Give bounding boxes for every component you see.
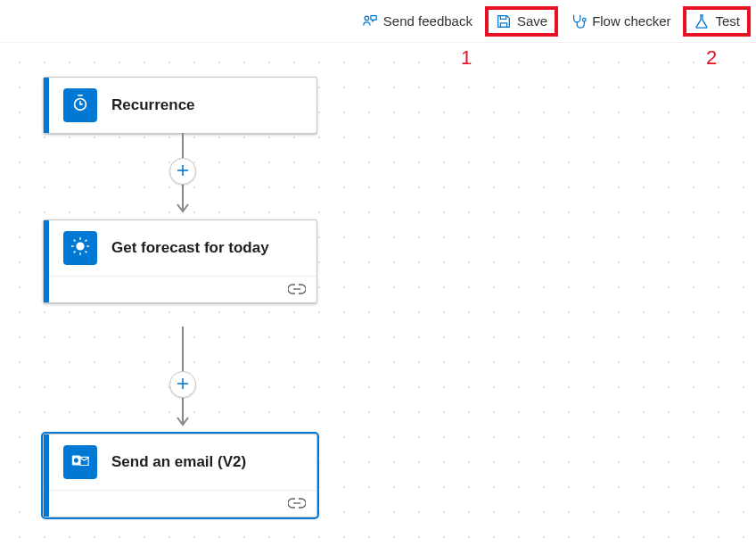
flask-icon xyxy=(694,13,710,29)
svg-point-0 xyxy=(365,16,369,21)
flow-step-recurrence[interactable]: Recurrence xyxy=(43,77,317,134)
card-accent xyxy=(44,78,49,133)
send-feedback-button[interactable]: Send feedback xyxy=(353,8,481,35)
card-accent xyxy=(44,434,49,517)
step-title: Get forecast for today xyxy=(111,238,269,258)
flow-step-forecast[interactable]: Get forecast for today xyxy=(43,219,317,303)
send-feedback-label: Send feedback xyxy=(383,13,472,29)
add-step-button[interactable] xyxy=(169,371,196,398)
svg-line-13 xyxy=(74,252,76,253)
test-button[interactable]: Test xyxy=(685,8,749,35)
add-step-button[interactable] xyxy=(169,158,196,185)
flow-designer-canvas[interactable]: Recurrence Get forecast for today xyxy=(0,43,756,546)
flow-checker-label: Flow checker xyxy=(592,13,670,29)
step-footer xyxy=(44,490,316,517)
save-label: Save xyxy=(517,13,547,29)
step-badge xyxy=(63,231,97,265)
svg-line-14 xyxy=(86,240,87,242)
step-badge xyxy=(63,445,97,479)
svg-point-6 xyxy=(76,242,84,250)
outlook-icon xyxy=(70,451,90,474)
save-button[interactable]: Save xyxy=(487,8,556,35)
flow-step-send-email[interactable]: Send an email (V2) xyxy=(43,434,317,517)
plus-icon xyxy=(176,375,190,395)
plus-icon xyxy=(176,161,190,182)
step-badge xyxy=(63,88,97,122)
link-icon xyxy=(288,282,306,298)
step-title: Send an email (V2) xyxy=(111,452,246,472)
card-accent xyxy=(44,220,49,302)
test-label: Test xyxy=(715,13,740,29)
svg-line-11 xyxy=(74,240,76,242)
svg-line-12 xyxy=(86,252,87,253)
recurrence-icon xyxy=(70,94,90,117)
weather-icon xyxy=(70,236,90,260)
step-title: Recurrence xyxy=(111,95,195,115)
person-feedback-icon xyxy=(362,13,378,29)
save-icon xyxy=(496,13,512,29)
flow-checker-button[interactable]: Flow checker xyxy=(562,8,679,35)
svg-point-1 xyxy=(583,18,587,21)
link-icon xyxy=(288,496,306,512)
step-footer xyxy=(44,276,316,302)
editor-toolbar: Send feedback Save Flow checker Test xyxy=(0,0,756,43)
svg-point-20 xyxy=(74,458,78,463)
stethoscope-icon xyxy=(571,13,587,29)
